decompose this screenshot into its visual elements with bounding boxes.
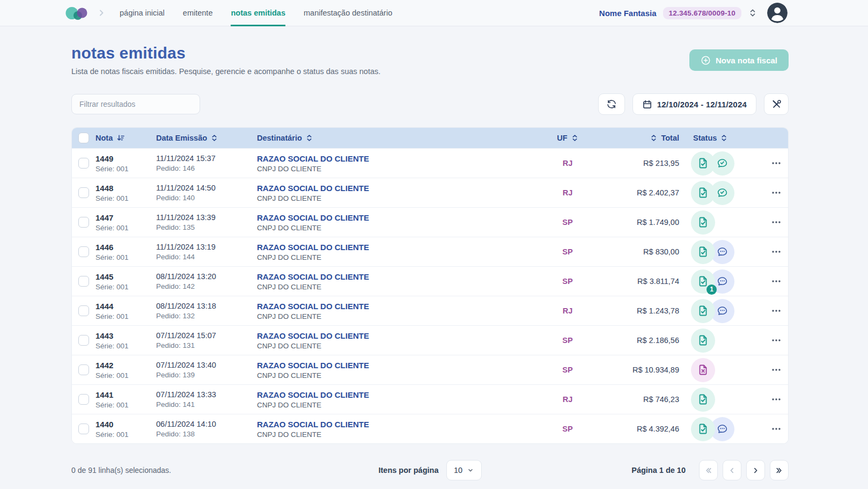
recipient-cnpj: CNPJ DO CLIENTE xyxy=(257,371,544,379)
note-authorized-icon[interactable] xyxy=(691,181,715,205)
column-header-data-emissao[interactable]: Data Emissão xyxy=(156,134,257,142)
new-invoice-label: Nova nota fiscal xyxy=(716,56,777,65)
invoice-number: 1440 xyxy=(95,420,156,429)
uf-value: SP xyxy=(544,218,591,227)
emission-date: 06/11/2024 14:10 xyxy=(156,420,257,428)
new-invoice-button[interactable]: Nova nota fiscal xyxy=(689,49,789,71)
tab-manifestacao-destinatario[interactable]: manifestação destinatário xyxy=(304,0,392,26)
recipient-link[interactable]: RAZAO SOCIAL DO CLIENTE xyxy=(257,213,544,222)
more-dots-icon xyxy=(770,216,782,228)
emission-date: 11/11/2024 14:50 xyxy=(156,184,257,192)
pagination-last-button[interactable] xyxy=(770,460,789,480)
note-authorized-icon[interactable] xyxy=(691,417,715,441)
row-checkbox[interactable] xyxy=(78,394,89,405)
recipient-link[interactable]: RAZAO SOCIAL DO CLIENTE xyxy=(257,154,544,163)
status-icons xyxy=(683,240,764,264)
tab-emitente[interactable]: emitente xyxy=(183,0,213,26)
pagination-prev-button[interactable] xyxy=(723,460,741,480)
row-checkbox[interactable] xyxy=(78,158,89,169)
date-range-button[interactable]: 12/10/2024 - 12/11/2024 xyxy=(632,93,756,115)
page-subtitle: Lista de notas fiscais emitidas. Pesquis… xyxy=(71,67,380,76)
row-checkbox[interactable] xyxy=(78,187,89,198)
pagination-next-button[interactable] xyxy=(746,460,765,480)
plus-circle-icon xyxy=(701,55,711,65)
column-header-uf[interactable]: UF xyxy=(544,134,591,142)
column-header-status[interactable]: Status xyxy=(683,134,764,142)
company-switch-button[interactable] xyxy=(748,7,757,19)
recipient-link[interactable]: RAZAO SOCIAL DO CLIENTE xyxy=(257,390,544,399)
row-actions-button[interactable] xyxy=(768,332,784,348)
column-header-total[interactable]: Total xyxy=(591,134,683,142)
row-actions-button[interactable] xyxy=(768,185,784,201)
table-row: 1440 Série: 001 06/11/2024 14:10 Pedido:… xyxy=(72,414,788,443)
note-authorized-icon[interactable] xyxy=(691,329,715,353)
pagination-first-button[interactable] xyxy=(699,460,718,480)
row-actions-button[interactable] xyxy=(768,303,784,319)
nav-tabs: página inicial emitente notas emitidas m… xyxy=(120,0,392,26)
items-per-page-select[interactable]: 10 xyxy=(446,460,482,480)
tab-pagina-inicial[interactable]: página inicial xyxy=(120,0,165,26)
recipient-link[interactable]: RAZAO SOCIAL DO CLIENTE xyxy=(257,302,544,311)
settings-tools-button[interactable] xyxy=(764,93,789,115)
user-icon xyxy=(767,3,788,23)
recipient-link[interactable]: RAZAO SOCIAL DO CLIENTE xyxy=(257,331,544,340)
row-actions-button[interactable] xyxy=(768,244,784,260)
row-actions-button[interactable] xyxy=(768,155,784,171)
sort-desc-icon xyxy=(116,134,125,142)
company-cnpj-badge: 12.345.678/0009-10 xyxy=(663,7,741,19)
row-checkbox[interactable] xyxy=(78,424,89,434)
row-actions-button[interactable] xyxy=(768,391,784,407)
filter-input[interactable] xyxy=(71,94,200,114)
refresh-button[interactable] xyxy=(598,93,625,115)
uf-value: SP xyxy=(544,366,591,374)
note-authorized-icon[interactable] xyxy=(691,151,715,176)
row-checkbox[interactable] xyxy=(78,276,89,287)
note-authorized-icon[interactable]: 1 xyxy=(691,269,715,294)
invoice-series: Série: 001 xyxy=(95,430,156,439)
recipient-link[interactable]: RAZAO SOCIAL DO CLIENTE xyxy=(257,184,544,193)
note-cancelled-icon[interactable] xyxy=(691,358,715,382)
row-checkbox[interactable] xyxy=(78,305,89,316)
row-actions-button[interactable] xyxy=(768,273,784,289)
date-range-label: 12/10/2024 - 12/11/2024 xyxy=(657,100,747,109)
tab-notas-emitidas[interactable]: notas emitidas xyxy=(231,0,285,26)
app-logo[interactable] xyxy=(65,5,90,21)
column-header-nota[interactable]: Nota xyxy=(95,134,156,142)
table-row: 1443 Série: 001 07/11/2024 15:07 Pedido:… xyxy=(72,325,788,355)
total-value: R$ 1.243,78 xyxy=(591,306,683,315)
select-all-checkbox[interactable] xyxy=(78,133,89,143)
status-icons xyxy=(683,358,764,382)
recipient-link[interactable]: RAZAO SOCIAL DO CLIENTE xyxy=(257,272,544,281)
row-actions-button[interactable] xyxy=(768,362,784,378)
recipient-link[interactable]: RAZAO SOCIAL DO CLIENTE xyxy=(257,361,544,370)
total-value: R$ 830,00 xyxy=(591,247,683,256)
row-checkbox[interactable] xyxy=(78,246,89,257)
invoice-number: 1442 xyxy=(95,361,156,370)
row-checkbox[interactable] xyxy=(78,335,89,346)
note-authorized-icon[interactable] xyxy=(691,240,715,264)
note-authorized-icon[interactable] xyxy=(691,299,715,323)
top-nav: página inicial emitente notas emitidas m… xyxy=(0,0,868,26)
avatar[interactable] xyxy=(767,3,788,23)
uf-value: SP xyxy=(544,247,591,256)
invoice-series: Série: 001 xyxy=(95,342,156,350)
column-header-destinatario[interactable]: Destinatário xyxy=(257,134,544,142)
recipient-cnpj: CNPJ DO CLIENTE xyxy=(257,283,544,291)
invoices-table: Nota Data Emissão Destinatário UF To xyxy=(71,127,789,444)
row-checkbox[interactable] xyxy=(78,217,89,228)
status-icons xyxy=(683,299,764,323)
note-authorized-icon[interactable] xyxy=(691,388,715,412)
row-checkbox[interactable] xyxy=(78,364,89,375)
uf-value: SP xyxy=(544,336,591,345)
note-authorized-icon[interactable] xyxy=(691,210,715,235)
row-actions-button[interactable] xyxy=(768,421,784,437)
recipient-link[interactable]: RAZAO SOCIAL DO CLIENTE xyxy=(257,420,544,429)
recipient-link[interactable]: RAZAO SOCIAL DO CLIENTE xyxy=(257,243,544,252)
table-row: 1442 Série: 001 07/11/2024 13:40 Pedido:… xyxy=(72,355,788,384)
uf-value: SP xyxy=(544,425,591,433)
order-number: Pedido: 146 xyxy=(156,164,257,172)
status-icons xyxy=(683,151,764,176)
status-icons xyxy=(683,329,764,353)
chevron-left-icon xyxy=(727,466,737,475)
row-actions-button[interactable] xyxy=(768,214,784,230)
